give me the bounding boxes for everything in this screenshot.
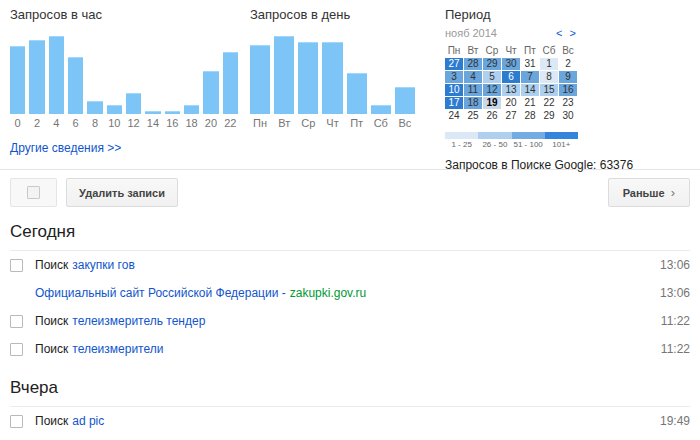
calendar-day-17[interactable]: 17	[445, 97, 463, 109]
calendar-day-6[interactable]: 6	[502, 71, 520, 83]
section-heading-yesterday: Вчера	[10, 378, 690, 407]
calendar-day-4[interactable]: 4	[464, 71, 482, 83]
select-all-button[interactable]	[10, 178, 57, 207]
history-row: Поисктелеизмерители 11:22	[0, 335, 700, 363]
bar-2	[29, 40, 44, 114]
axis-tick-label: 8	[87, 117, 102, 129]
calendar-day-9[interactable]: 9	[559, 71, 577, 83]
row-prefix: Поиск	[35, 314, 68, 328]
bar-Чт	[322, 42, 342, 114]
calendar-day-30[interactable]: 30	[559, 110, 577, 122]
calendar-day-27[interactable]: 27	[445, 58, 463, 70]
select-all-checkbox[interactable]	[27, 186, 40, 199]
legend-label: 101+	[545, 140, 578, 149]
calendar-day-24[interactable]: 24	[445, 110, 463, 122]
calendar-day-19[interactable]: 19	[483, 97, 501, 109]
calendar-prev-icon[interactable]: <	[554, 27, 564, 39]
calendar-day-22[interactable]: 22	[540, 97, 558, 109]
axis-tick-label: 12	[126, 117, 141, 129]
row-time: 11:22	[661, 314, 690, 328]
axis-tick-label: Пт	[347, 117, 367, 129]
calendar-day-15[interactable]: 15	[540, 84, 558, 96]
calendar-day-11[interactable]: 11	[464, 84, 482, 96]
history-list: Сегодня Поискзакупки гов 13:06 Официальн…	[0, 222, 700, 440]
row-checkbox[interactable]	[10, 259, 23, 272]
row-checkbox[interactable]	[10, 415, 23, 428]
history-row: Поискad pic 19:49	[0, 407, 700, 435]
bar-Вс	[395, 87, 415, 114]
calendar-day-2[interactable]: 2	[559, 58, 577, 70]
history-row-result: Официальный сайт Российской Федерации - …	[0, 279, 700, 307]
query-link[interactable]: телеизмеритель тендер	[72, 314, 205, 328]
delete-records-button[interactable]: Удалить записи	[66, 178, 178, 207]
legend-item: 101+	[545, 132, 578, 149]
calendar-day-27[interactable]: 27	[502, 110, 520, 122]
calendar-day-30[interactable]: 30	[502, 58, 520, 70]
bar-Пт	[347, 73, 367, 114]
bar-Пн	[250, 45, 270, 114]
calendar-day-header: Пт	[521, 45, 539, 57]
daily-chart: Запросов в день ПнВтСрЧтПтСбВс	[250, 7, 415, 129]
calendar-day-header: Вт	[464, 45, 482, 57]
bar-4	[49, 36, 64, 114]
calendar-day-25[interactable]: 25	[464, 110, 482, 122]
axis-tick-label: 6	[68, 117, 83, 129]
calendar-day-31[interactable]: 31	[521, 58, 539, 70]
search-total: Запросов в Поиске Google: 63376	[445, 158, 673, 172]
calendar-day-28[interactable]: 28	[521, 110, 539, 122]
bar-22	[223, 52, 238, 114]
calendar-day-8[interactable]: 8	[540, 71, 558, 83]
calendar-day-13[interactable]: 13	[502, 84, 520, 96]
legend-label: 26 - 50	[478, 140, 511, 149]
calendar-day-26[interactable]: 26	[483, 110, 501, 122]
calendar-day-10[interactable]: 10	[445, 84, 463, 96]
row-prefix: Поиск	[35, 414, 68, 428]
hourly-chart-title: Запросов в час	[10, 7, 238, 22]
row-time: 13:06	[660, 258, 690, 272]
calendar-day-29[interactable]: 29	[483, 58, 501, 70]
axis-tick-label: Вт	[274, 117, 294, 129]
result-url-link[interactable]: zakupki.gov.ru	[290, 286, 366, 300]
axis-tick-label: Вс	[395, 117, 415, 129]
hourly-bars	[10, 36, 238, 114]
query-link[interactable]: закупки гов	[72, 258, 135, 272]
calendar-day-21[interactable]: 21	[521, 97, 539, 109]
axis-tick-label: 20	[203, 117, 218, 129]
bar-8	[87, 101, 102, 114]
chevron-right-icon: ›	[671, 185, 675, 200]
calendar-day-5[interactable]: 5	[483, 71, 501, 83]
query-link[interactable]: ad pic	[72, 414, 104, 428]
bar-10	[107, 105, 122, 114]
calendar-day-12[interactable]: 12	[483, 84, 501, 96]
other-info-link[interactable]: Другие сведения >>	[10, 141, 121, 155]
axis-tick-label: 10	[107, 117, 122, 129]
row-time: 13:06	[660, 286, 690, 300]
calendar-next-icon[interactable]: >	[568, 27, 578, 39]
bar-18	[184, 105, 199, 114]
row-checkbox[interactable]	[10, 315, 23, 328]
axis-tick-label: Чт	[322, 117, 342, 129]
period-title: Период	[445, 7, 673, 22]
row-prefix: Поиск	[35, 258, 68, 272]
calendar-day-3[interactable]: 3	[445, 71, 463, 83]
calendar-day-20[interactable]: 20	[502, 97, 520, 109]
earlier-button[interactable]: Раньше›	[608, 178, 690, 207]
query-link[interactable]: телеизмерители	[72, 342, 163, 356]
calendar-day-1[interactable]: 1	[540, 58, 558, 70]
section-heading-today: Сегодня	[10, 222, 690, 251]
history-row: Поискзакупки гов 13:06	[0, 251, 700, 279]
calendar-day-14[interactable]: 14	[521, 84, 539, 96]
calendar-day-7[interactable]: 7	[521, 71, 539, 83]
calendar-day-18[interactable]: 18	[464, 97, 482, 109]
axis-tick-label: 0	[10, 117, 25, 129]
bar-6	[68, 57, 83, 114]
hourly-axis-labels: 0246810121416182022	[10, 117, 238, 129]
calendar-day-28[interactable]: 28	[464, 58, 482, 70]
calendar-grid: ПнВтСрЧтПтСбВс27282930311234567891011121…	[445, 45, 673, 122]
calendar-day-23[interactable]: 23	[559, 97, 577, 109]
calendar-day-29[interactable]: 29	[540, 110, 558, 122]
row-checkbox[interactable]	[10, 343, 23, 356]
calendar-day-16[interactable]: 16	[559, 84, 577, 96]
bar-0	[10, 46, 25, 114]
result-title-link[interactable]: Официальный сайт Российской Федерации -	[35, 286, 286, 300]
